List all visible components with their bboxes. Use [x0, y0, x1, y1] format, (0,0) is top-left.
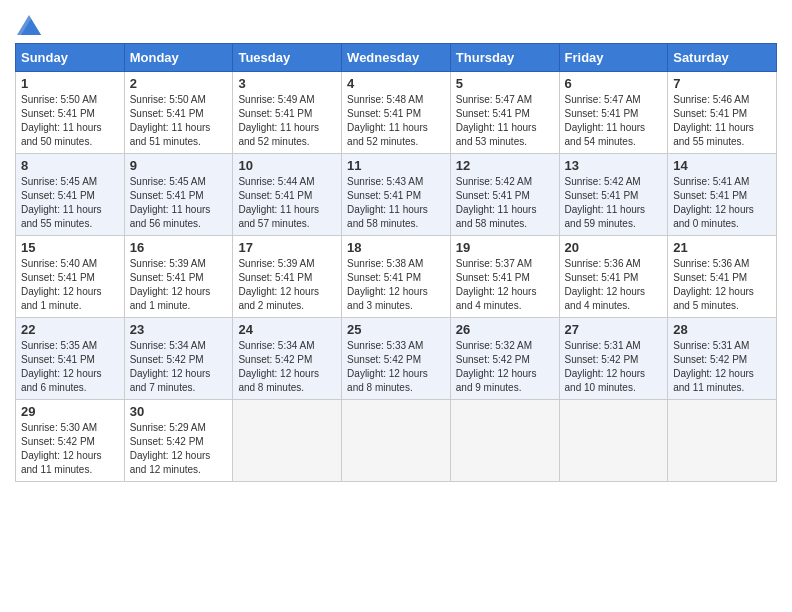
- day-number: 15: [21, 240, 119, 255]
- day-header-friday: Friday: [559, 44, 668, 72]
- calendar-week-2: 8Sunrise: 5:45 AMSunset: 5:41 PMDaylight…: [16, 154, 777, 236]
- calendar-day-22: 22Sunrise: 5:35 AMSunset: 5:41 PMDayligh…: [16, 318, 125, 400]
- calendar-day-6: 6Sunrise: 5:47 AMSunset: 5:41 PMDaylight…: [559, 72, 668, 154]
- day-number: 30: [130, 404, 228, 419]
- day-number: 7: [673, 76, 771, 91]
- day-info: Sunrise: 5:50 AMSunset: 5:41 PMDaylight:…: [21, 94, 102, 147]
- day-info: Sunrise: 5:44 AMSunset: 5:41 PMDaylight:…: [238, 176, 319, 229]
- day-number: 27: [565, 322, 663, 337]
- day-number: 12: [456, 158, 554, 173]
- calendar-day-20: 20Sunrise: 5:36 AMSunset: 5:41 PMDayligh…: [559, 236, 668, 318]
- calendar-day-25: 25Sunrise: 5:33 AMSunset: 5:42 PMDayligh…: [342, 318, 451, 400]
- day-number: 9: [130, 158, 228, 173]
- day-info: Sunrise: 5:30 AMSunset: 5:42 PMDaylight:…: [21, 422, 102, 475]
- calendar-day-27: 27Sunrise: 5:31 AMSunset: 5:42 PMDayligh…: [559, 318, 668, 400]
- day-info: Sunrise: 5:34 AMSunset: 5:42 PMDaylight:…: [238, 340, 319, 393]
- calendar-day-9: 9Sunrise: 5:45 AMSunset: 5:41 PMDaylight…: [124, 154, 233, 236]
- calendar-day-17: 17Sunrise: 5:39 AMSunset: 5:41 PMDayligh…: [233, 236, 342, 318]
- calendar-day-13: 13Sunrise: 5:42 AMSunset: 5:41 PMDayligh…: [559, 154, 668, 236]
- day-info: Sunrise: 5:49 AMSunset: 5:41 PMDaylight:…: [238, 94, 319, 147]
- calendar-day-11: 11Sunrise: 5:43 AMSunset: 5:41 PMDayligh…: [342, 154, 451, 236]
- day-number: 21: [673, 240, 771, 255]
- calendar-day-12: 12Sunrise: 5:42 AMSunset: 5:41 PMDayligh…: [450, 154, 559, 236]
- calendar-day-7: 7Sunrise: 5:46 AMSunset: 5:41 PMDaylight…: [668, 72, 777, 154]
- calendar-day-10: 10Sunrise: 5:44 AMSunset: 5:41 PMDayligh…: [233, 154, 342, 236]
- logo: [15, 10, 41, 35]
- day-number: 5: [456, 76, 554, 91]
- calendar-day-19: 19Sunrise: 5:37 AMSunset: 5:41 PMDayligh…: [450, 236, 559, 318]
- day-info: Sunrise: 5:48 AMSunset: 5:41 PMDaylight:…: [347, 94, 428, 147]
- calendar-day-1: 1Sunrise: 5:50 AMSunset: 5:41 PMDaylight…: [16, 72, 125, 154]
- calendar-week-4: 22Sunrise: 5:35 AMSunset: 5:41 PMDayligh…: [16, 318, 777, 400]
- day-info: Sunrise: 5:45 AMSunset: 5:41 PMDaylight:…: [130, 176, 211, 229]
- calendar-day-empty: [233, 400, 342, 482]
- calendar-day-14: 14Sunrise: 5:41 AMSunset: 5:41 PMDayligh…: [668, 154, 777, 236]
- day-info: Sunrise: 5:50 AMSunset: 5:41 PMDaylight:…: [130, 94, 211, 147]
- calendar-day-empty: [668, 400, 777, 482]
- calendar-day-28: 28Sunrise: 5:31 AMSunset: 5:42 PMDayligh…: [668, 318, 777, 400]
- day-number: 23: [130, 322, 228, 337]
- day-number: 14: [673, 158, 771, 173]
- day-number: 4: [347, 76, 445, 91]
- day-number: 28: [673, 322, 771, 337]
- day-header-monday: Monday: [124, 44, 233, 72]
- day-number: 19: [456, 240, 554, 255]
- day-number: 22: [21, 322, 119, 337]
- day-number: 20: [565, 240, 663, 255]
- day-header-sunday: Sunday: [16, 44, 125, 72]
- day-info: Sunrise: 5:39 AMSunset: 5:41 PMDaylight:…: [238, 258, 319, 311]
- day-number: 17: [238, 240, 336, 255]
- calendar-day-30: 30Sunrise: 5:29 AMSunset: 5:42 PMDayligh…: [124, 400, 233, 482]
- calendar-day-8: 8Sunrise: 5:45 AMSunset: 5:41 PMDaylight…: [16, 154, 125, 236]
- day-number: 8: [21, 158, 119, 173]
- day-info: Sunrise: 5:32 AMSunset: 5:42 PMDaylight:…: [456, 340, 537, 393]
- day-info: Sunrise: 5:42 AMSunset: 5:41 PMDaylight:…: [565, 176, 646, 229]
- calendar-day-empty: [450, 400, 559, 482]
- day-number: 26: [456, 322, 554, 337]
- calendar-day-18: 18Sunrise: 5:38 AMSunset: 5:41 PMDayligh…: [342, 236, 451, 318]
- calendar-day-21: 21Sunrise: 5:36 AMSunset: 5:41 PMDayligh…: [668, 236, 777, 318]
- days-header-row: SundayMondayTuesdayWednesdayThursdayFrid…: [16, 44, 777, 72]
- day-number: 2: [130, 76, 228, 91]
- day-number: 29: [21, 404, 119, 419]
- day-number: 10: [238, 158, 336, 173]
- day-info: Sunrise: 5:31 AMSunset: 5:42 PMDaylight:…: [565, 340, 646, 393]
- day-number: 18: [347, 240, 445, 255]
- day-info: Sunrise: 5:47 AMSunset: 5:41 PMDaylight:…: [565, 94, 646, 147]
- day-info: Sunrise: 5:36 AMSunset: 5:41 PMDaylight:…: [673, 258, 754, 311]
- calendar-day-4: 4Sunrise: 5:48 AMSunset: 5:41 PMDaylight…: [342, 72, 451, 154]
- day-info: Sunrise: 5:47 AMSunset: 5:41 PMDaylight:…: [456, 94, 537, 147]
- day-info: Sunrise: 5:41 AMSunset: 5:41 PMDaylight:…: [673, 176, 754, 229]
- day-info: Sunrise: 5:42 AMSunset: 5:41 PMDaylight:…: [456, 176, 537, 229]
- day-number: 16: [130, 240, 228, 255]
- day-info: Sunrise: 5:38 AMSunset: 5:41 PMDaylight:…: [347, 258, 428, 311]
- day-number: 13: [565, 158, 663, 173]
- calendar-week-5: 29Sunrise: 5:30 AMSunset: 5:42 PMDayligh…: [16, 400, 777, 482]
- day-info: Sunrise: 5:39 AMSunset: 5:41 PMDaylight:…: [130, 258, 211, 311]
- day-info: Sunrise: 5:33 AMSunset: 5:42 PMDaylight:…: [347, 340, 428, 393]
- day-number: 25: [347, 322, 445, 337]
- day-header-saturday: Saturday: [668, 44, 777, 72]
- calendar-day-empty: [559, 400, 668, 482]
- calendar-day-2: 2Sunrise: 5:50 AMSunset: 5:41 PMDaylight…: [124, 72, 233, 154]
- day-number: 1: [21, 76, 119, 91]
- calendar-day-23: 23Sunrise: 5:34 AMSunset: 5:42 PMDayligh…: [124, 318, 233, 400]
- day-info: Sunrise: 5:35 AMSunset: 5:41 PMDaylight:…: [21, 340, 102, 393]
- day-info: Sunrise: 5:31 AMSunset: 5:42 PMDaylight:…: [673, 340, 754, 393]
- calendar-day-24: 24Sunrise: 5:34 AMSunset: 5:42 PMDayligh…: [233, 318, 342, 400]
- calendar-page: SundayMondayTuesdayWednesdayThursdayFrid…: [0, 0, 792, 612]
- day-info: Sunrise: 5:45 AMSunset: 5:41 PMDaylight:…: [21, 176, 102, 229]
- calendar-day-5: 5Sunrise: 5:47 AMSunset: 5:41 PMDaylight…: [450, 72, 559, 154]
- calendar-day-3: 3Sunrise: 5:49 AMSunset: 5:41 PMDaylight…: [233, 72, 342, 154]
- day-header-tuesday: Tuesday: [233, 44, 342, 72]
- day-info: Sunrise: 5:36 AMSunset: 5:41 PMDaylight:…: [565, 258, 646, 311]
- day-info: Sunrise: 5:29 AMSunset: 5:42 PMDaylight:…: [130, 422, 211, 475]
- logo-icon: [17, 15, 41, 35]
- day-number: 6: [565, 76, 663, 91]
- day-header-thursday: Thursday: [450, 44, 559, 72]
- day-info: Sunrise: 5:40 AMSunset: 5:41 PMDaylight:…: [21, 258, 102, 311]
- calendar-day-16: 16Sunrise: 5:39 AMSunset: 5:41 PMDayligh…: [124, 236, 233, 318]
- day-number: 11: [347, 158, 445, 173]
- day-header-wednesday: Wednesday: [342, 44, 451, 72]
- day-info: Sunrise: 5:37 AMSunset: 5:41 PMDaylight:…: [456, 258, 537, 311]
